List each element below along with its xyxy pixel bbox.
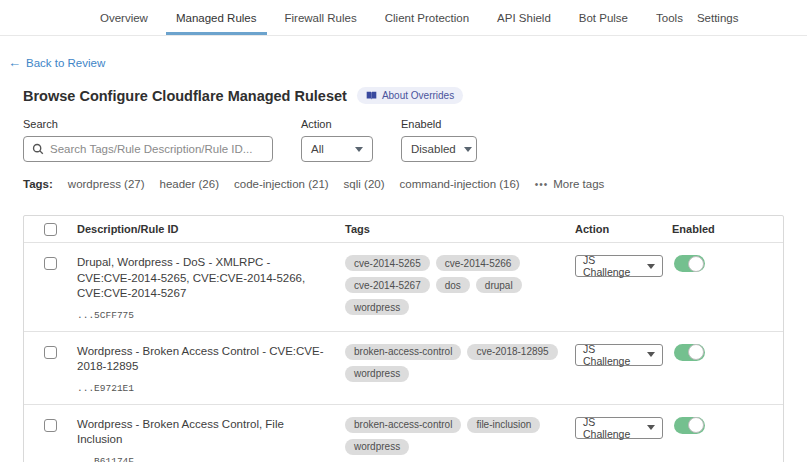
rule-description: Drupal, Wordpress - DoS - XMLRPC - CVE:C… [77, 255, 345, 302]
about-overrides-badge[interactable]: About Overrides [357, 87, 463, 104]
tab-overview[interactable]: Overview [86, 0, 162, 35]
back-link-label: Back to Review [26, 57, 105, 69]
tag-pill: broken-access-control [345, 344, 461, 360]
more-tags-link[interactable]: ••• More tags [535, 178, 605, 190]
column-header-description: Description/Rule ID [77, 223, 345, 235]
enabled-toggle[interactable] [674, 417, 705, 434]
chevron-down-icon [464, 147, 472, 152]
tag-pill-list: cve-2014-5265cve-2014-5266cve-2014-5267d… [345, 255, 575, 315]
select-all-checkbox[interactable] [44, 223, 57, 236]
toggle-knob [688, 256, 704, 272]
enabled-toggle[interactable] [674, 255, 705, 272]
row-checkbox[interactable] [44, 346, 57, 359]
tag-pill: cve-2014-5265 [345, 255, 430, 271]
rules-table: Description/Rule ID Tags Action Enabled … [23, 215, 784, 462]
tag-pill: cve-2014-5266 [436, 255, 521, 271]
enabled-select[interactable]: Disabled [401, 136, 477, 162]
table-row: Wordpress - Broken Access Control - CVE:… [24, 332, 783, 405]
page-title: Browse Configure Cloudflare Managed Rule… [23, 88, 347, 104]
tag-pill: broken-access-control [345, 417, 461, 433]
chevron-down-icon [355, 147, 363, 152]
tab-managed-rules[interactable]: Managed Rules [162, 0, 271, 35]
column-header-action: Action [575, 223, 672, 235]
about-overrides-label: About Overrides [382, 90, 454, 101]
tab-tools[interactable]: Tools [642, 0, 697, 35]
more-tags-label: More tags [553, 178, 604, 190]
top-nav: Overview Managed Rules Firewall Rules Cl… [0, 0, 807, 36]
search-input-wrapper [23, 136, 273, 162]
tag-pill: file-inclusion [467, 417, 540, 433]
row-action-select-value: JS Challenge [583, 416, 639, 440]
row-checkbox[interactable] [44, 257, 57, 270]
table-header: Description/Rule ID Tags Action Enabled [24, 216, 783, 243]
tab-client-protection[interactable]: Client Protection [371, 0, 483, 35]
row-action-select-value: JS Challenge [583, 343, 639, 367]
tag-pill: wordpress [345, 366, 409, 382]
table-row: Drupal, Wordpress - DoS - XMLRPC - CVE:C… [24, 243, 783, 332]
rule-id: ...B61174F [77, 456, 345, 462]
tags-bar: Tags: wordpress (27) header (26) code-in… [23, 178, 784, 190]
action-label: Action [301, 118, 373, 130]
back-arrow-icon: ← [8, 56, 21, 69]
chevron-down-icon [647, 264, 655, 269]
rule-description: Wordpress - Broken Access Control - CVE:… [77, 344, 345, 375]
tag-pill: cve-2014-5267 [345, 277, 430, 293]
tag-pill-list: broken-access-controlcve-2018-12895wordp… [345, 344, 575, 382]
filter-bar: Search Action All Enabeld Disabled [23, 118, 784, 162]
search-input[interactable] [50, 143, 264, 155]
toggle-knob [688, 344, 704, 360]
tag-filter-sqli[interactable]: sqli (20) [344, 178, 385, 190]
enabled-select-value: Disabled [411, 143, 456, 155]
book-icon [366, 90, 377, 101]
tag-pill: wordpress [345, 439, 409, 455]
rule-description: Wordpress - Broken Access Control, File … [77, 417, 345, 448]
tag-pill: dos [436, 277, 470, 293]
tag-filter-wordpress[interactable]: wordpress (27) [68, 178, 145, 190]
rule-id: ...5CFF775 [77, 310, 345, 321]
tag-pill: drupal [476, 277, 522, 293]
tag-filter-code-injection[interactable]: code-injection (21) [234, 178, 329, 190]
row-action-select[interactable]: JS Challenge [575, 417, 663, 439]
search-icon [32, 143, 44, 155]
main-content: ← Back to Review Browse Configure Cloudf… [0, 36, 807, 462]
tag-filter-header[interactable]: header (26) [160, 178, 219, 190]
action-filter: Action All [301, 118, 373, 162]
ellipsis-icon: ••• [535, 179, 549, 190]
enabled-label: Enabeld [401, 118, 477, 130]
action-select[interactable]: All [301, 136, 373, 162]
row-checkbox[interactable] [44, 419, 57, 432]
search-label: Search [23, 118, 273, 130]
action-select-value: All [311, 143, 324, 155]
column-header-enabled: Enabled [672, 223, 783, 235]
toggle-knob [688, 417, 704, 433]
tag-pill-list: broken-access-controlfile-inclusionwordp… [345, 417, 575, 455]
column-header-tags: Tags [345, 223, 575, 235]
tab-api-shield[interactable]: API Shield [483, 0, 565, 35]
tab-firewall-rules[interactable]: Firewall Rules [271, 0, 371, 35]
tag-filter-command-injection[interactable]: command-injection (16) [400, 178, 520, 190]
chevron-down-icon [647, 352, 655, 357]
table-body: Drupal, Wordpress - DoS - XMLRPC - CVE:C… [24, 243, 783, 462]
enabled-toggle[interactable] [674, 344, 705, 361]
nav-tabs: Overview Managed Rules Firewall Rules Cl… [86, 0, 697, 35]
chevron-down-icon [647, 425, 655, 430]
row-action-select[interactable]: JS Challenge [575, 344, 663, 366]
tags-bar-label: Tags: [23, 178, 53, 190]
rule-id: ...E9721E1 [77, 383, 345, 394]
back-link[interactable]: ← Back to Review [8, 56, 105, 69]
table-row: Wordpress - Broken Access Control, File … [24, 405, 783, 462]
tag-pill: cve-2018-12895 [467, 344, 557, 360]
row-action-select-value: JS Challenge [583, 254, 639, 278]
tab-bot-pulse[interactable]: Bot Pulse [565, 0, 642, 35]
enabled-filter: Enabeld Disabled [401, 118, 477, 162]
tab-settings[interactable]: Settings [697, 0, 739, 35]
row-action-select[interactable]: JS Challenge [575, 255, 663, 277]
tag-pill: wordpress [345, 299, 409, 315]
search-filter: Search [23, 118, 273, 162]
title-row: Browse Configure Cloudflare Managed Rule… [23, 87, 784, 104]
